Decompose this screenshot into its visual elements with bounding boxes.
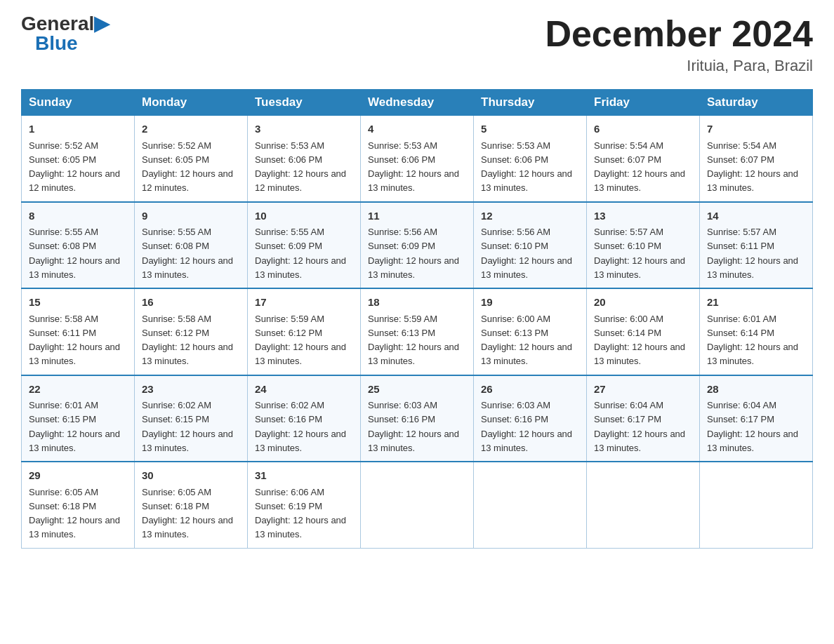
day-info: Sunrise: 5:53 AMSunset: 6:06 PMDaylight:…: [481, 140, 572, 194]
calendar-week-3: 15 Sunrise: 5:58 AMSunset: 6:11 PMDaylig…: [22, 288, 813, 375]
weekday-header-monday: Monday: [135, 90, 248, 116]
weekday-header-saturday: Saturday: [700, 90, 813, 116]
day-number: 4: [368, 121, 466, 137]
day-number: 20: [594, 295, 692, 311]
calendar-cell: 1 Sunrise: 5:52 AMSunset: 6:05 PMDayligh…: [22, 116, 135, 202]
day-info: Sunrise: 5:54 AMSunset: 6:07 PMDaylight:…: [707, 140, 798, 194]
day-number: 26: [481, 382, 579, 398]
day-info: Sunrise: 6:03 AMSunset: 6:16 PMDaylight:…: [481, 400, 572, 453]
logo-text-general: General▶: [21, 14, 110, 34]
calendar-cell: 8 Sunrise: 5:55 AMSunset: 6:08 PMDayligh…: [22, 202, 135, 289]
day-info: Sunrise: 6:04 AMSunset: 6:17 PMDaylight:…: [707, 400, 798, 453]
calendar-cell: 4 Sunrise: 5:53 AMSunset: 6:06 PMDayligh…: [361, 116, 474, 202]
day-info: Sunrise: 5:56 AMSunset: 6:09 PMDaylight:…: [368, 227, 459, 280]
day-number: 9: [142, 208, 240, 224]
day-info: Sunrise: 5:55 AMSunset: 6:08 PMDaylight:…: [142, 227, 233, 280]
calendar-cell: [700, 462, 813, 548]
calendar-cell: 19 Sunrise: 6:00 AMSunset: 6:13 PMDaylig…: [474, 288, 587, 375]
day-info: Sunrise: 5:53 AMSunset: 6:06 PMDaylight:…: [368, 140, 459, 194]
day-number: 7: [707, 121, 805, 137]
weekday-header-wednesday: Wednesday: [361, 90, 474, 116]
day-number: 10: [255, 208, 353, 224]
day-number: 2: [142, 121, 240, 137]
weekday-header-sunday: Sunday: [22, 90, 135, 116]
day-number: 16: [142, 295, 240, 311]
calendar-cell: [474, 462, 587, 548]
calendar-cell: 23 Sunrise: 6:02 AMSunset: 6:15 PMDaylig…: [135, 375, 248, 462]
day-number: 27: [594, 382, 692, 398]
calendar-cell: 29 Sunrise: 6:05 AMSunset: 6:18 PMDaylig…: [22, 462, 135, 548]
calendar-cell: [361, 462, 474, 548]
day-info: Sunrise: 5:56 AMSunset: 6:10 PMDaylight:…: [481, 227, 572, 280]
calendar-cell: 10 Sunrise: 5:55 AMSunset: 6:09 PMDaylig…: [248, 202, 361, 289]
day-number: 21: [707, 295, 805, 311]
day-info: Sunrise: 5:58 AMSunset: 6:11 PMDaylight:…: [29, 314, 120, 367]
day-info: Sunrise: 5:53 AMSunset: 6:06 PMDaylight:…: [255, 140, 346, 194]
day-info: Sunrise: 6:00 AMSunset: 6:14 PMDaylight:…: [594, 314, 685, 367]
calendar-cell: 20 Sunrise: 6:00 AMSunset: 6:14 PMDaylig…: [587, 288, 700, 375]
day-info: Sunrise: 6:03 AMSunset: 6:16 PMDaylight:…: [368, 400, 459, 453]
day-number: 13: [594, 208, 692, 224]
day-info: Sunrise: 5:57 AMSunset: 6:10 PMDaylight:…: [594, 227, 685, 280]
day-info: Sunrise: 6:01 AMSunset: 6:14 PMDaylight:…: [707, 314, 798, 367]
day-number: 12: [481, 208, 579, 224]
logo: General▶ Blue: [21, 14, 110, 53]
day-info: Sunrise: 6:04 AMSunset: 6:17 PMDaylight:…: [594, 400, 685, 453]
weekday-header-row: SundayMondayTuesdayWednesdayThursdayFrid…: [22, 90, 813, 116]
day-number: 29: [29, 468, 127, 484]
day-info: Sunrise: 5:52 AMSunset: 6:05 PMDaylight:…: [142, 140, 233, 194]
day-info: Sunrise: 5:52 AMSunset: 6:05 PMDaylight:…: [29, 140, 120, 194]
day-number: 14: [707, 208, 805, 224]
day-info: Sunrise: 5:55 AMSunset: 6:09 PMDaylight:…: [255, 227, 346, 280]
calendar-cell: 13 Sunrise: 5:57 AMSunset: 6:10 PMDaylig…: [587, 202, 700, 289]
day-info: Sunrise: 5:55 AMSunset: 6:08 PMDaylight:…: [29, 227, 120, 280]
calendar-cell: 30 Sunrise: 6:05 AMSunset: 6:18 PMDaylig…: [135, 462, 248, 548]
calendar-week-4: 22 Sunrise: 6:01 AMSunset: 6:15 PMDaylig…: [22, 375, 813, 462]
day-number: 5: [481, 121, 579, 137]
calendar-week-2: 8 Sunrise: 5:55 AMSunset: 6:08 PMDayligh…: [22, 202, 813, 289]
day-info: Sunrise: 5:54 AMSunset: 6:07 PMDaylight:…: [594, 140, 685, 194]
weekday-header-tuesday: Tuesday: [248, 90, 361, 116]
calendar-cell: 5 Sunrise: 5:53 AMSunset: 6:06 PMDayligh…: [474, 116, 587, 202]
calendar-cell: 27 Sunrise: 6:04 AMSunset: 6:17 PMDaylig…: [587, 375, 700, 462]
day-number: 11: [368, 208, 466, 224]
calendar-cell: 26 Sunrise: 6:03 AMSunset: 6:16 PMDaylig…: [474, 375, 587, 462]
calendar-cell: 14 Sunrise: 5:57 AMSunset: 6:11 PMDaylig…: [700, 202, 813, 289]
calendar-cell: 15 Sunrise: 5:58 AMSunset: 6:11 PMDaylig…: [22, 288, 135, 375]
calendar-week-5: 29 Sunrise: 6:05 AMSunset: 6:18 PMDaylig…: [22, 462, 813, 548]
day-info: Sunrise: 5:59 AMSunset: 6:12 PMDaylight:…: [255, 314, 346, 367]
calendar-cell: [587, 462, 700, 548]
calendar-week-1: 1 Sunrise: 5:52 AMSunset: 6:05 PMDayligh…: [22, 116, 813, 202]
day-info: Sunrise: 6:00 AMSunset: 6:13 PMDaylight:…: [481, 314, 572, 367]
calendar-table: SundayMondayTuesdayWednesdayThursdayFrid…: [21, 89, 813, 549]
day-number: 24: [255, 382, 353, 398]
title-section: December 2024 Irituia, Para, Brazil: [545, 14, 813, 75]
calendar-cell: 12 Sunrise: 5:56 AMSunset: 6:10 PMDaylig…: [474, 202, 587, 289]
day-info: Sunrise: 6:05 AMSunset: 6:18 PMDaylight:…: [142, 487, 233, 540]
day-number: 30: [142, 468, 240, 484]
calendar-cell: 21 Sunrise: 6:01 AMSunset: 6:14 PMDaylig…: [700, 288, 813, 375]
weekday-header-friday: Friday: [587, 90, 700, 116]
month-title: December 2024: [545, 14, 813, 54]
calendar-cell: 2 Sunrise: 5:52 AMSunset: 6:05 PMDayligh…: [135, 116, 248, 202]
day-info: Sunrise: 6:01 AMSunset: 6:15 PMDaylight:…: [29, 400, 120, 453]
calendar-cell: 18 Sunrise: 5:59 AMSunset: 6:13 PMDaylig…: [361, 288, 474, 375]
day-number: 1: [29, 121, 127, 137]
day-info: Sunrise: 5:59 AMSunset: 6:13 PMDaylight:…: [368, 314, 459, 367]
logo-text-blue: Blue: [35, 34, 78, 53]
day-info: Sunrise: 6:05 AMSunset: 6:18 PMDaylight:…: [29, 487, 120, 540]
day-number: 25: [368, 382, 466, 398]
calendar-cell: 17 Sunrise: 5:59 AMSunset: 6:12 PMDaylig…: [248, 288, 361, 375]
calendar-cell: 24 Sunrise: 6:02 AMSunset: 6:16 PMDaylig…: [248, 375, 361, 462]
day-info: Sunrise: 5:58 AMSunset: 6:12 PMDaylight:…: [142, 314, 233, 367]
day-number: 17: [255, 295, 353, 311]
day-number: 23: [142, 382, 240, 398]
calendar-cell: 7 Sunrise: 5:54 AMSunset: 6:07 PMDayligh…: [700, 116, 813, 202]
day-number: 22: [29, 382, 127, 398]
calendar-cell: 6 Sunrise: 5:54 AMSunset: 6:07 PMDayligh…: [587, 116, 700, 202]
calendar-cell: 28 Sunrise: 6:04 AMSunset: 6:17 PMDaylig…: [700, 375, 813, 462]
day-number: 6: [594, 121, 692, 137]
page-header: General▶ Blue December 2024 Irituia, Par…: [21, 14, 813, 75]
day-number: 3: [255, 121, 353, 137]
day-info: Sunrise: 6:02 AMSunset: 6:16 PMDaylight:…: [255, 400, 346, 453]
